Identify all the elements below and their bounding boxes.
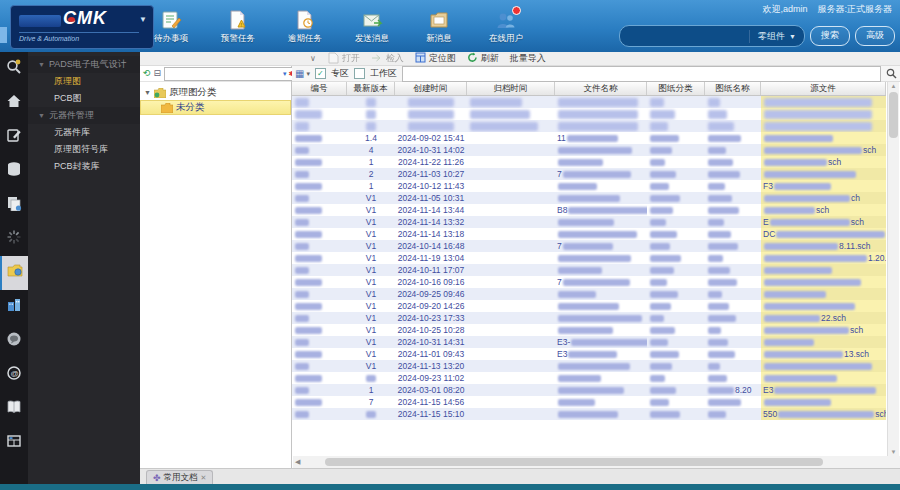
workspace-checkbox[interactable] — [354, 68, 365, 79]
table-row[interactable]: 1.42024-09-02 15:4111 — [292, 132, 886, 144]
horizontal-scroll-thumb[interactable] — [325, 458, 823, 466]
table-row[interactable] — [292, 96, 886, 108]
column-header-最新版本[interactable]: 最新版本 — [347, 82, 395, 95]
column-header-源文件[interactable]: 源文件 — [761, 82, 886, 95]
search-category-dropdown[interactable]: 零组件 ▼ — [749, 30, 796, 43]
tree-refresh-icon[interactable]: ⟲ — [143, 69, 151, 78]
table-row[interactable] — [292, 108, 886, 120]
scroll-up-arrow[interactable]: ▲ — [888, 83, 899, 89]
cell-text: 2024-11-01 09:43 — [398, 349, 464, 359]
toolbar-collapse-caret[interactable]: ∨ — [310, 54, 316, 63]
table-row[interactable]: V12024-10-31 14:31E3- — [292, 336, 886, 348]
table-row[interactable]: 2024-09-23 11:02 — [292, 372, 886, 384]
nav-item-plain[interactable]: 元器件库 — [28, 124, 140, 141]
column-header-图纸分类[interactable]: 图纸分类 — [647, 82, 705, 95]
table-row[interactable]: V12024-11-19 13:041.20.sch — [292, 252, 886, 264]
table-row[interactable]: 12024-11-22 11:26sch — [292, 156, 886, 168]
toolbar-button-定位图[interactable]: 定位图 — [415, 52, 456, 65]
column-header-文件名称[interactable]: 文件名称 — [555, 82, 647, 95]
search-button[interactable]: 搜索 — [810, 26, 850, 46]
table-row[interactable]: V12024-11-14 13:32Esch — [292, 216, 886, 228]
table-filter-input[interactable] — [402, 66, 881, 82]
search-icon[interactable] — [886, 68, 897, 79]
nav-item-plain[interactable]: PCB图 — [28, 90, 140, 107]
app-button-todo[interactable]: 待办事项 — [146, 9, 196, 45]
redacted-text — [764, 363, 872, 370]
nav-group[interactable]: ▼PADS电子电气设计 — [28, 56, 140, 73]
scroll-down-arrow[interactable]: ▼ — [888, 449, 899, 455]
table-cell — [705, 216, 761, 228]
column-header-创建时间[interactable]: 创建时间 — [395, 82, 467, 95]
rail-item-edit[interactable] — [0, 120, 28, 154]
column-header-归档时间[interactable]: 归档时间 — [467, 82, 555, 95]
rail-item-target[interactable]: @ — [0, 358, 28, 392]
tree-search-input[interactable] — [167, 68, 281, 79]
table-row[interactable]: V12024-11-05 10:31ch — [292, 192, 886, 204]
rail-item-database[interactable] — [0, 154, 28, 188]
table-row[interactable]: 2024-11-15 15:10550sch — [292, 408, 886, 420]
nav-item-plain[interactable]: PCB封装库 — [28, 158, 140, 175]
app-button-alert-task[interactable]: !预警任务 — [213, 9, 263, 45]
tree-node-selected[interactable]: 未分类 — [140, 100, 291, 115]
vertical-scrollbar[interactable]: ▲ ▼ — [887, 82, 899, 456]
rail-item-panel[interactable] — [0, 426, 28, 460]
horizontal-scrollbar[interactable]: ◀ — [293, 456, 900, 468]
rail-item-chat[interactable] — [0, 324, 28, 358]
app-button-overdue-task[interactable]: 逾期任务 — [280, 9, 330, 45]
table-row[interactable]: V12024-10-16 09:167 — [292, 276, 886, 288]
category-tree: ▼ 原理图分类 未分类 — [140, 82, 291, 115]
toolbar-button-刷新[interactable]: 刷新 — [467, 52, 499, 65]
table-row[interactable]: 42024-10-31 14:02sch — [292, 144, 886, 156]
table-row[interactable] — [292, 120, 886, 132]
scroll-left-arrow[interactable]: ◀ — [295, 458, 300, 466]
table-cell — [467, 96, 555, 108]
rail-item-resource-folder[interactable] — [0, 256, 28, 290]
toolbar-button-检入[interactable]: 检入 — [371, 52, 404, 65]
close-icon[interactable]: ✕ — [201, 474, 207, 482]
cell-text: 2024-11-03 10:27 — [398, 169, 464, 179]
table-row[interactable]: V12024-09-25 09:46 — [292, 288, 886, 300]
toolbar-button-批量导入[interactable]: 批量导入 — [510, 52, 546, 65]
app-button-send-message[interactable]: 发送消息 — [347, 9, 397, 45]
tree-root-node[interactable]: ▼ 原理图分类 — [140, 85, 291, 100]
column-header-图纸名称[interactable]: 图纸名称 — [705, 82, 761, 95]
part-search-input[interactable] — [628, 30, 743, 42]
zone-checkbox[interactable]: ✓ — [315, 68, 326, 79]
table-cell: V1 — [347, 300, 395, 312]
table-row[interactable]: V12024-11-14 13:18DC11.15.sch — [292, 228, 886, 240]
table-row[interactable]: V12024-11-01 09:43E313.sch — [292, 348, 886, 360]
nav-item-plain[interactable]: 原理图符号库 — [28, 141, 140, 158]
rail-item-book[interactable] — [0, 392, 28, 426]
redacted-text — [366, 122, 376, 131]
toolbar-button-打开[interactable]: 打开 — [328, 52, 360, 66]
table-row[interactable]: V12024-10-25 10:28sch — [292, 324, 886, 336]
advanced-search-button[interactable]: 高级 — [855, 26, 895, 46]
rail-item-loading[interactable] — [0, 222, 28, 256]
table-row[interactable]: 12024-03-01 08:208.20E3 — [292, 384, 886, 396]
table-row[interactable]: 22024-11-03 10:277 — [292, 168, 886, 180]
table-row[interactable]: V12024-11-13 13:20 — [292, 360, 886, 372]
tree-filter-icon[interactable]: ▾ — [283, 70, 287, 77]
nav-group[interactable]: ▼元器件管理 — [28, 107, 140, 124]
bottom-tab[interactable]: ✤ 常用文档 ✕ — [146, 470, 213, 484]
rail-item-copy[interactable] — [0, 188, 28, 222]
table-row[interactable]: V12024-09-20 14:26 — [292, 300, 886, 312]
table-row[interactable]: V12024-11-14 13:44B8sch — [292, 204, 886, 216]
nav-item-active[interactable]: 原理图 — [28, 73, 140, 90]
app-button-new-message[interactable]: 新消息 — [414, 9, 464, 45]
table-row[interactable]: 72024-11-15 14:56 — [292, 396, 886, 408]
rail-item-search[interactable] — [0, 52, 28, 86]
table-row[interactable]: 12024-10-12 11:43F3 — [292, 180, 886, 192]
rail-item-enterprise[interactable] — [0, 290, 28, 324]
rail-item-home[interactable] — [0, 86, 28, 120]
table-row[interactable]: V12024-10-11 17:07 — [292, 264, 886, 276]
tree-collapse-icon[interactable]: ⊟ — [154, 69, 162, 78]
column-header-编号[interactable]: 编号 — [292, 82, 347, 95]
view-mode-dropdown[interactable]: ▦ ▾ — [295, 68, 310, 79]
app-button-online-users[interactable]: 在线用户 — [481, 9, 531, 45]
table-row[interactable]: V12024-10-14 16:4878.11.sch — [292, 240, 886, 252]
vertical-scroll-thumb[interactable] — [889, 92, 898, 138]
table-cell — [292, 312, 347, 324]
tree-expand-caret[interactable]: ▼ — [144, 89, 151, 96]
table-row[interactable]: V12024-10-23 17:3322.sch — [292, 312, 886, 324]
